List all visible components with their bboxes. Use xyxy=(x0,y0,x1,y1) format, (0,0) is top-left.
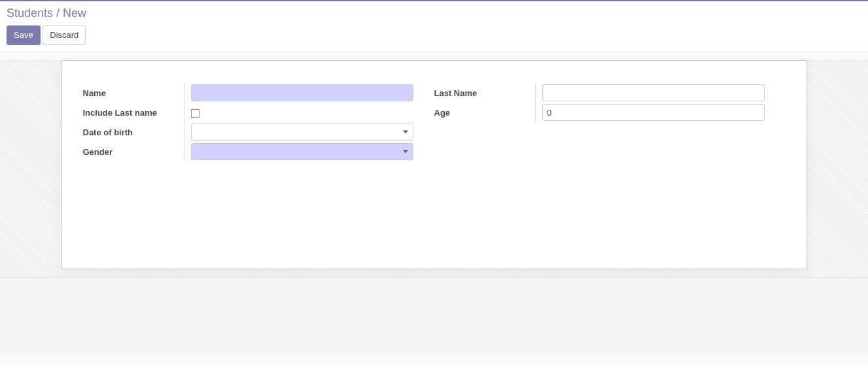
bottom-area xyxy=(0,278,868,355)
gender-label: Gender xyxy=(83,147,113,157)
form-sheet: Name Include Last name Date of birth xyxy=(61,60,807,269)
name-label: Name xyxy=(83,88,106,98)
dob-input[interactable] xyxy=(191,124,413,141)
breadcrumb-separator: / xyxy=(56,7,60,20)
toolbar: Save Discard xyxy=(7,25,861,45)
last-name-input[interactable] xyxy=(542,84,765,101)
last-name-label: Last Name xyxy=(434,88,477,98)
age-label: Age xyxy=(434,108,451,118)
discard-button[interactable]: Discard xyxy=(43,25,86,45)
include-last-label: Include Last name xyxy=(83,108,157,118)
dob-label: Date of birth xyxy=(83,127,133,137)
name-input[interactable] xyxy=(191,84,413,101)
breadcrumb-current: New xyxy=(63,7,86,20)
include-last-checkbox[interactable] xyxy=(191,109,200,118)
breadcrumb-parent[interactable]: Students xyxy=(7,7,53,20)
form-left-column: Name Include Last name Date of birth xyxy=(83,83,434,161)
header: Students / New Save Discard xyxy=(0,1,868,52)
form-right-column: Last Name Age xyxy=(434,83,786,161)
breadcrumb: Students / New xyxy=(7,5,861,20)
content-strip: Name Include Last name Date of birth xyxy=(0,60,868,278)
save-button[interactable]: Save xyxy=(7,25,41,45)
age-input[interactable] xyxy=(542,104,765,121)
gender-select[interactable] xyxy=(191,143,413,160)
